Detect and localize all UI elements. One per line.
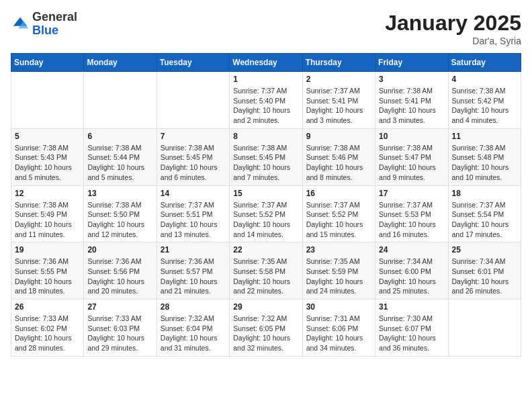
day-number: 30: [306, 302, 371, 312]
week-row-2: 5Sunrise: 7:38 AMSunset: 5:43 PMDaylight…: [11, 128, 521, 185]
day-info: Sunrise: 7:38 AMSunset: 5:45 PMDaylight:…: [161, 143, 226, 183]
day-info: Sunrise: 7:38 AMSunset: 5:42 PMDaylight:…: [452, 86, 517, 126]
header-saturday: Saturday: [448, 54, 521, 72]
header-friday: Friday: [375, 54, 448, 72]
day-info: Sunrise: 7:32 AMSunset: 6:05 PMDaylight:…: [233, 314, 298, 353]
calendar-cell-3-0: 19Sunrise: 7:36 AMSunset: 5:55 PMDayligh…: [11, 242, 84, 300]
day-info: Sunrise: 7:38 AMSunset: 5:47 PMDaylight:…: [379, 143, 444, 183]
calendar-cell-2-5: 17Sunrise: 7:37 AMSunset: 5:53 PMDayligh…: [375, 185, 448, 242]
calendar-cell-1-1: 6Sunrise: 7:38 AMSunset: 5:44 PMDaylight…: [84, 128, 157, 185]
day-info: Sunrise: 7:33 AMSunset: 6:02 PMDaylight:…: [15, 314, 80, 353]
calendar-cell-4-6: [448, 300, 521, 357]
calendar-cell-1-6: 11Sunrise: 7:38 AMSunset: 5:48 PMDayligh…: [448, 128, 521, 185]
day-number: 29: [233, 302, 298, 312]
calendar-cell-3-3: 22Sunrise: 7:35 AMSunset: 5:58 PMDayligh…: [230, 242, 302, 300]
day-info: Sunrise: 7:36 AMSunset: 5:57 PMDaylight:…: [161, 257, 226, 296]
calendar-cell-3-2: 21Sunrise: 7:36 AMSunset: 5:57 PMDayligh…: [157, 242, 229, 300]
location-subtitle: Dar'a, Syria: [385, 36, 521, 46]
day-number: 13: [87, 189, 152, 198]
day-info: Sunrise: 7:37 AMSunset: 5:52 PMDaylight:…: [233, 200, 298, 240]
day-info: Sunrise: 7:38 AMSunset: 5:50 PMDaylight:…: [87, 200, 152, 240]
header-tuesday: Tuesday: [157, 54, 229, 72]
calendar-table: Sunday Monday Tuesday Wednesday Thursday…: [11, 53, 521, 357]
calendar-cell-1-2: 7Sunrise: 7:38 AMSunset: 5:45 PMDaylight…: [157, 128, 229, 185]
day-number: 19: [15, 245, 80, 255]
day-info: Sunrise: 7:33 AMSunset: 6:03 PMDaylight:…: [87, 314, 152, 353]
week-row-1: 1Sunrise: 7:37 AMSunset: 5:40 PMDaylight…: [11, 72, 521, 129]
day-number: 16: [306, 189, 371, 198]
day-number: 24: [379, 245, 444, 255]
day-info: Sunrise: 7:36 AMSunset: 5:56 PMDaylight:…: [87, 257, 152, 296]
day-number: 23: [306, 245, 371, 255]
calendar-cell-4-1: 27Sunrise: 7:33 AMSunset: 6:03 PMDayligh…: [84, 300, 157, 357]
logo-text: General Blue: [32, 11, 77, 38]
day-number: 4: [452, 75, 517, 84]
calendar-cell-0-0: [11, 72, 84, 129]
day-info: Sunrise: 7:35 AMSunset: 5:59 PMDaylight:…: [306, 257, 371, 296]
day-info: Sunrise: 7:34 AMSunset: 6:01 PMDaylight:…: [452, 257, 517, 296]
header-thursday: Thursday: [302, 54, 375, 72]
calendar-cell-2-0: 12Sunrise: 7:38 AMSunset: 5:49 PMDayligh…: [11, 185, 84, 242]
day-info: Sunrise: 7:34 AMSunset: 6:00 PMDaylight:…: [379, 257, 444, 296]
header-wednesday: Wednesday: [230, 54, 302, 72]
day-number: 6: [87, 132, 152, 141]
calendar-cell-0-3: 1Sunrise: 7:37 AMSunset: 5:40 PMDaylight…: [230, 72, 302, 129]
day-info: Sunrise: 7:38 AMSunset: 5:44 PMDaylight:…: [87, 143, 152, 183]
day-number: 20: [87, 245, 152, 255]
calendar-body: 1Sunrise: 7:37 AMSunset: 5:40 PMDaylight…: [11, 72, 521, 357]
logo-general: General: [32, 11, 77, 24]
week-row-3: 12Sunrise: 7:38 AMSunset: 5:49 PMDayligh…: [11, 185, 521, 242]
calendar-cell-4-2: 28Sunrise: 7:32 AMSunset: 6:04 PMDayligh…: [157, 300, 229, 357]
day-info: Sunrise: 7:37 AMSunset: 5:52 PMDaylight:…: [306, 200, 371, 240]
day-info: Sunrise: 7:38 AMSunset: 5:45 PMDaylight:…: [233, 143, 298, 183]
day-info: Sunrise: 7:38 AMSunset: 5:41 PMDaylight:…: [379, 86, 444, 126]
day-number: 27: [87, 302, 152, 312]
day-number: 18: [452, 189, 517, 198]
calendar-cell-0-4: 2Sunrise: 7:37 AMSunset: 5:41 PMDaylight…: [302, 72, 375, 129]
week-row-5: 26Sunrise: 7:33 AMSunset: 6:02 PMDayligh…: [11, 300, 521, 357]
logo-blue: Blue: [32, 24, 77, 38]
calendar-cell-4-3: 29Sunrise: 7:32 AMSunset: 6:05 PMDayligh…: [230, 300, 302, 357]
day-info: Sunrise: 7:35 AMSunset: 5:58 PMDaylight:…: [233, 257, 298, 296]
calendar-cell-2-6: 18Sunrise: 7:37 AMSunset: 5:54 PMDayligh…: [448, 185, 521, 242]
day-number: 8: [233, 132, 298, 141]
day-info: Sunrise: 7:37 AMSunset: 5:53 PMDaylight:…: [379, 200, 444, 240]
day-number: 1: [233, 75, 298, 84]
calendar-cell-2-2: 14Sunrise: 7:37 AMSunset: 5:51 PMDayligh…: [157, 185, 229, 242]
calendar-cell-1-5: 10Sunrise: 7:38 AMSunset: 5:47 PMDayligh…: [375, 128, 448, 185]
day-number: 9: [306, 132, 371, 141]
day-number: 26: [15, 302, 80, 312]
day-info: Sunrise: 7:30 AMSunset: 6:07 PMDaylight:…: [379, 314, 444, 353]
header-monday: Monday: [84, 54, 157, 72]
day-info: Sunrise: 7:38 AMSunset: 5:46 PMDaylight:…: [306, 143, 371, 183]
day-number: 15: [233, 189, 298, 198]
calendar-cell-0-2: [157, 72, 229, 129]
month-title: January 2025: [385, 11, 521, 36]
day-number: 14: [161, 189, 226, 198]
calendar-cell-3-4: 23Sunrise: 7:35 AMSunset: 5:59 PMDayligh…: [302, 242, 375, 300]
day-number: 3: [379, 75, 444, 84]
week-row-4: 19Sunrise: 7:36 AMSunset: 5:55 PMDayligh…: [11, 242, 521, 300]
day-number: 22: [233, 245, 298, 255]
day-number: 28: [161, 302, 226, 312]
day-info: Sunrise: 7:37 AMSunset: 5:54 PMDaylight:…: [452, 200, 517, 240]
logo-icon: [11, 15, 30, 34]
calendar-cell-3-1: 20Sunrise: 7:36 AMSunset: 5:56 PMDayligh…: [84, 242, 157, 300]
day-number: 17: [379, 189, 444, 198]
calendar-cell-2-3: 15Sunrise: 7:37 AMSunset: 5:52 PMDayligh…: [230, 185, 302, 242]
day-number: 2: [306, 75, 371, 84]
day-info: Sunrise: 7:37 AMSunset: 5:40 PMDaylight:…: [233, 86, 298, 126]
calendar-cell-1-0: 5Sunrise: 7:38 AMSunset: 5:43 PMDaylight…: [11, 128, 84, 185]
calendar-header: Sunday Monday Tuesday Wednesday Thursday…: [11, 54, 521, 72]
day-info: Sunrise: 7:32 AMSunset: 6:04 PMDaylight:…: [161, 314, 226, 353]
day-info: Sunrise: 7:37 AMSunset: 5:51 PMDaylight:…: [161, 200, 226, 240]
weekday-header-row: Sunday Monday Tuesday Wednesday Thursday…: [11, 54, 521, 72]
calendar-cell-0-6: 4Sunrise: 7:38 AMSunset: 5:42 PMDaylight…: [448, 72, 521, 129]
calendar-cell-2-4: 16Sunrise: 7:37 AMSunset: 5:52 PMDayligh…: [302, 185, 375, 242]
calendar-cell-3-6: 25Sunrise: 7:34 AMSunset: 6:01 PMDayligh…: [448, 242, 521, 300]
calendar-cell-2-1: 13Sunrise: 7:38 AMSunset: 5:50 PMDayligh…: [84, 185, 157, 242]
calendar-cell-1-3: 8Sunrise: 7:38 AMSunset: 5:45 PMDaylight…: [230, 128, 302, 185]
logo: General Blue: [11, 11, 77, 38]
day-number: 12: [15, 189, 80, 198]
title-area: January 2025 Dar'a, Syria: [385, 11, 521, 46]
